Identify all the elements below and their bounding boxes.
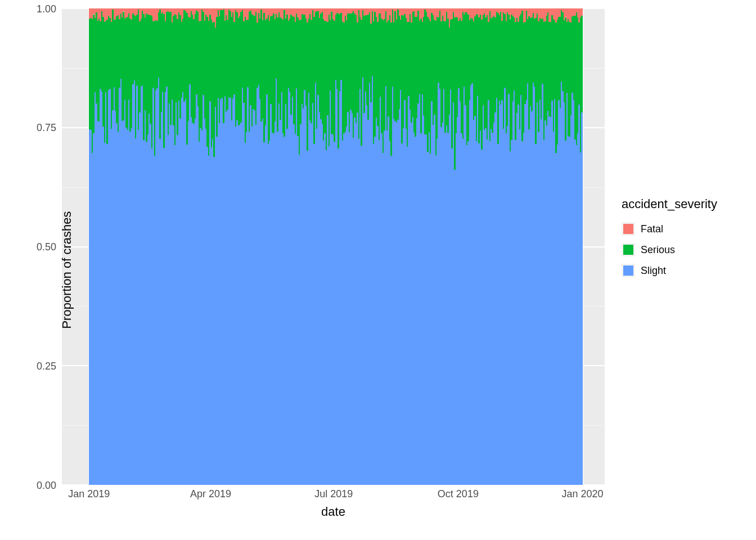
plot-area: [62, 8, 605, 485]
seg-slight: [581, 112, 583, 485]
y-tick-label: 0.00: [11, 480, 56, 492]
y-tick-label: 0.50: [11, 241, 56, 253]
x-tick-label: Apr 2019: [180, 488, 242, 500]
y-axis-title: Proportion of crashes: [60, 211, 74, 328]
legend-label: Fatal: [641, 223, 663, 235]
legend-swatch-fatal: [622, 222, 635, 236]
legend-item-fatal: Fatal: [622, 222, 663, 236]
legend-item-serious: Serious: [622, 243, 675, 256]
legend-swatch-slight: [622, 264, 635, 277]
seg-fatal: [581, 8, 583, 16]
y-axis-title: [0, 8, 4, 485]
x-tick-label: Oct 2019: [427, 488, 489, 500]
legend-swatch-serious: [622, 243, 635, 256]
seg-serious: [581, 16, 583, 112]
x-tick-label: Jul 2019: [303, 488, 364, 500]
bar-day: [581, 8, 583, 485]
y-tick-label: 0.75: [11, 122, 56, 134]
chart-root: 0.00 0.25 0.50 0.75 1.00 Jan 2019Apr 201…: [0, 0, 756, 540]
y-tick-label: 0.25: [11, 361, 56, 372]
x-axis-title: date: [62, 505, 605, 519]
x-tick-label: Jan 2019: [58, 488, 120, 500]
legend-label: Slight: [641, 265, 666, 277]
legend-item-slight: Slight: [622, 264, 666, 277]
x-tick-label: Jan 2020: [552, 488, 614, 500]
y-tick-label: 1.00: [11, 3, 56, 15]
legend-label: Serious: [641, 244, 675, 256]
legend-title: accident_severity: [622, 197, 717, 212]
